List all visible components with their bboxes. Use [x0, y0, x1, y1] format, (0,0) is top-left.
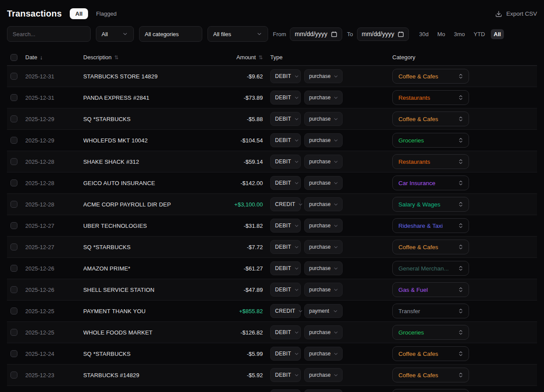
date-cell: 2025-12-24	[25, 351, 83, 357]
category-select[interactable]	[392, 389, 469, 392]
range-ytd-button[interactable]: YTD	[471, 29, 488, 39]
type-value: DEBIT	[275, 73, 291, 79]
download-icon	[495, 10, 502, 17]
subtype-select[interactable]: payment	[304, 304, 343, 318]
category-select[interactable]: Restaurants	[392, 154, 469, 169]
category-select[interactable]: Restaurants	[392, 90, 469, 105]
select-all-checkbox[interactable]	[10, 54, 17, 61]
subtype-select[interactable]: purchase	[304, 240, 343, 254]
type-select[interactable]: DEBIT	[270, 368, 301, 382]
range-30d-button[interactable]: 30d	[416, 29, 432, 39]
subtype-select[interactable]: purchase	[304, 368, 343, 382]
range-all-button[interactable]: All	[491, 29, 504, 39]
files-filter-select[interactable]: All files	[207, 26, 268, 42]
date-cell: 2025-12-31	[25, 73, 83, 80]
subtype-select[interactable]: purchase	[304, 325, 343, 339]
category-select[interactable]: Salary & Wages	[392, 197, 469, 212]
row-checkbox[interactable]	[10, 115, 17, 122]
subtype-select[interactable]: purchase	[304, 261, 343, 275]
amount-value: +$3,100.00	[235, 201, 263, 208]
row-checkbox[interactable]	[10, 308, 17, 314]
row-checkbox[interactable]	[10, 329, 17, 336]
type-select[interactable]	[270, 389, 301, 392]
chevron-down-icon	[294, 74, 299, 79]
subtype-select[interactable]: purchase	[304, 155, 343, 169]
type-select[interactable]: DEBIT	[270, 69, 301, 83]
category-select[interactable]: Car Insurance	[392, 176, 469, 190]
row-checkbox[interactable]	[10, 372, 17, 378]
type-select[interactable]: CREDIT	[270, 304, 301, 318]
type-select[interactable]: DEBIT	[270, 325, 301, 339]
category-select[interactable]: Coffee & Cafes	[392, 240, 469, 254]
subtype-select[interactable]: purchase	[304, 176, 343, 190]
column-header-date[interactable]: Date ↓	[25, 54, 83, 61]
row-checkbox[interactable]	[10, 201, 17, 208]
to-date-input[interactable]: mm/dd/yyyy	[357, 27, 409, 41]
type-filter-select[interactable]: All	[96, 26, 134, 42]
subtype-select[interactable]	[304, 389, 343, 392]
calendar-icon[interactable]	[331, 31, 337, 37]
from-date-input[interactable]: mm/dd/yyyy	[290, 27, 342, 41]
subtype-select[interactable]: purchase	[304, 91, 343, 105]
type-value: DEBIT	[275, 159, 291, 165]
category-select[interactable]: General Merchan...	[392, 261, 469, 276]
subtype-select[interactable]: purchase	[304, 347, 343, 361]
type-value: DEBIT	[275, 95, 291, 101]
row-checkbox[interactable]	[10, 179, 17, 186]
range-mo-button[interactable]: Mo	[434, 29, 448, 39]
calendar-icon[interactable]	[398, 31, 404, 37]
row-checkbox[interactable]	[10, 265, 17, 272]
type-value: DEBIT	[275, 287, 291, 293]
row-checkbox[interactable]	[10, 158, 17, 165]
type-select[interactable]: DEBIT	[270, 155, 301, 169]
type-select[interactable]: DEBIT	[270, 176, 301, 190]
category-select[interactable]: Coffee & Cafes	[392, 112, 469, 126]
tab-flagged[interactable]: Flagged	[96, 10, 116, 17]
type-select[interactable]: CREDIT	[270, 197, 301, 211]
range-3mo-button[interactable]: 3mo	[451, 29, 468, 39]
row-checkbox[interactable]	[10, 137, 17, 144]
category-select[interactable]: Rideshare & Taxi	[392, 218, 469, 233]
subtype-select[interactable]: purchase	[304, 133, 343, 147]
type-select[interactable]: DEBIT	[270, 91, 301, 105]
type-select[interactable]: DEBIT	[270, 261, 301, 275]
search-input[interactable]	[7, 26, 91, 42]
row-checkbox[interactable]	[10, 222, 17, 229]
subtype-select[interactable]: purchase	[304, 219, 343, 233]
tab-all[interactable]: All	[70, 8, 88, 19]
subtype-value: purchase	[309, 351, 330, 357]
type-select[interactable]: DEBIT	[270, 240, 301, 254]
filter-bar: All All categories All files From mm/dd/…	[7, 26, 537, 42]
subtype-select[interactable]: purchase	[304, 197, 343, 211]
category-filter-select[interactable]: All categories	[139, 26, 202, 42]
subtype-value: purchase	[309, 116, 330, 122]
category-select[interactable]: Transfer	[392, 304, 469, 318]
row-checkbox[interactable]	[10, 243, 17, 250]
export-csv-button[interactable]: Export CSV	[495, 10, 537, 17]
subtype-select[interactable]: purchase	[304, 283, 343, 297]
row-checkbox[interactable]	[10, 73, 17, 80]
row-checkbox[interactable]	[10, 94, 17, 101]
type-select[interactable]: DEBIT	[270, 219, 301, 233]
type-select[interactable]: DEBIT	[270, 347, 301, 361]
category-select[interactable]: Groceries	[392, 133, 469, 148]
column-header-description[interactable]: Description ⇅	[83, 54, 214, 61]
category-select[interactable]: Coffee & Cafes	[392, 368, 469, 382]
chevrons-up-down-icon	[458, 137, 464, 143]
category-select[interactable]: Gas & Fuel	[392, 282, 469, 297]
chevrons-up-down-icon	[458, 95, 464, 101]
category-select[interactable]: Groceries	[392, 325, 469, 340]
row-checkbox[interactable]	[10, 350, 17, 357]
category-select[interactable]: Coffee & Cafes	[392, 346, 469, 361]
description-cell: ACME CORP PAYROLL DIR DEP	[83, 201, 214, 208]
category-select[interactable]: Coffee & Cafes	[392, 69, 469, 84]
row-checkbox[interactable]	[10, 286, 17, 293]
subtype-select[interactable]: purchase	[304, 69, 343, 83]
column-header-amount[interactable]: Amount ⇅	[214, 54, 270, 61]
type-select[interactable]: DEBIT	[270, 283, 301, 297]
subtype-select[interactable]: purchase	[304, 112, 343, 126]
type-select[interactable]: DEBIT	[270, 112, 301, 126]
amount-value: -$104.54	[241, 137, 263, 144]
type-select[interactable]: DEBIT	[270, 133, 301, 147]
table-row: 2025-12-24 SQ *STARBUCKS -$5.99 DEBIT pu…	[7, 343, 537, 365]
